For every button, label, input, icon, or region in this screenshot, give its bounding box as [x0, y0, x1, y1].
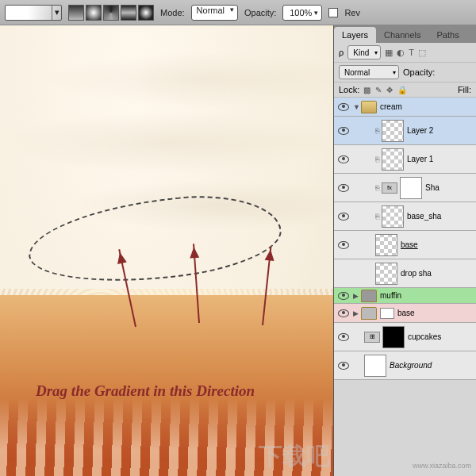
layers-panel: Layers Channels Paths ρ Kind ▦ ◐ T ⬚ Nor… [333, 25, 476, 476]
diamond-gradient-button[interactable] [138, 5, 154, 21]
blend-row: Normal Opacity: [334, 63, 476, 83]
layer-name[interactable]: Sha [425, 183, 473, 192]
lock-paint-icon[interactable]: ✎ [375, 86, 382, 94]
lock-position-icon[interactable]: ✥ [386, 86, 393, 94]
visibility-toggle[interactable] [334, 213, 353, 221]
layer-layer1[interactable]: ⎘ Layer 1 [334, 145, 476, 174]
mask-thumbnail [382, 326, 405, 348]
visibility-toggle[interactable] [334, 292, 353, 300]
layer-layer2[interactable]: ⎘ Layer 2 [334, 117, 476, 145]
layers-list[interactable]: ▼ cream ⎘ Layer 2 ⎘ Layer 1 ⎘ fx Sha [334, 98, 476, 463]
mask-thumbnail [400, 177, 422, 199]
smartobj-icon: ⊞ [364, 332, 380, 343]
layer-name[interactable]: Layer 2 [407, 126, 473, 135]
layer-drop-sha[interactable]: drop sha [334, 259, 476, 288]
visibility-toggle[interactable] [334, 155, 353, 163]
eye-icon [338, 309, 349, 317]
reverse-checkbox[interactable] [328, 8, 338, 17]
watermark-logo: 下载吧 [259, 440, 330, 473]
reverse-label: Rev [344, 8, 360, 17]
annotation-text: Drag the Gradient in this Direction [36, 382, 255, 400]
reflected-gradient-button[interactable] [121, 5, 136, 21]
disclosure-icon[interactable]: ▶ [353, 292, 361, 300]
filter-row: ρ Kind ▦ ◐ T ⬚ [334, 43, 476, 63]
gradient-type-buttons [68, 5, 154, 21]
visibility-toggle[interactable] [334, 127, 353, 135]
link-icon: ⎘ [375, 127, 382, 135]
layer-name[interactable]: drop sha [401, 269, 473, 278]
fill-label: Fill: [458, 85, 471, 94]
layer-thumbnail [382, 148, 404, 171]
panel-tabs: Layers Channels Paths [334, 25, 476, 43]
layer-name[interactable]: base [397, 309, 473, 317]
layer-name[interactable]: cream [380, 102, 473, 111]
eye-icon [338, 155, 349, 163]
tab-paths[interactable]: Paths [429, 27, 467, 43]
visibility-toggle[interactable] [334, 103, 353, 111]
layer-opacity-label: Opacity: [403, 67, 435, 77]
folder-icon [361, 290, 377, 302]
eye-icon [338, 362, 349, 370]
layer-thumbnail [375, 234, 397, 256]
link-icon: ⎘ [375, 184, 382, 192]
gradient-preset-picker[interactable]: ▾ [5, 5, 62, 21]
eye-icon [338, 292, 349, 300]
disclosure-icon[interactable]: ▼ [353, 103, 361, 111]
layer-shadows[interactable]: ⎘ fx Sha [334, 174, 476, 202]
lock-all-icon[interactable]: 🔒 [397, 86, 407, 94]
tab-layers[interactable]: Layers [334, 27, 376, 43]
eye-icon [338, 184, 349, 192]
eye-icon [338, 333, 349, 341]
filter-pixel-icon[interactable]: ▦ [385, 48, 393, 58]
layer-name[interactable]: muffin [380, 291, 473, 300]
eye-icon [338, 213, 349, 221]
visibility-toggle[interactable] [334, 309, 353, 317]
layer-group-cream[interactable]: ▼ cream [334, 98, 476, 117]
mask-thumbnail [380, 308, 394, 319]
smartobj-icon: fx [382, 182, 397, 194]
filter-adjust-icon[interactable]: ◐ [397, 48, 405, 58]
filter-shape-icon[interactable]: ⬚ [418, 48, 426, 58]
blend-mode-select[interactable]: Normal [191, 5, 238, 21]
layer-name[interactable]: base [401, 240, 473, 249]
chevron-down-icon[interactable]: ▾ [52, 6, 61, 20]
watermark-url: www.xiazaiba.com [413, 462, 471, 470]
link-icon: ⎘ [375, 155, 382, 163]
layer-group-muffin[interactable]: ▶ muffin [334, 288, 476, 304]
layer-thumbnail [382, 205, 404, 228]
disclosure-icon[interactable]: ▶ [353, 309, 361, 317]
layer-base-sha[interactable]: ⎘ base_sha [334, 202, 476, 231]
visibility-toggle[interactable] [334, 362, 353, 370]
opacity-input[interactable]: 100% [282, 5, 322, 21]
layer-background[interactable]: Background [334, 351, 476, 380]
kind-symbol: ρ [339, 48, 344, 57]
layer-thumbnail [375, 263, 397, 285]
angle-gradient-button[interactable] [103, 5, 119, 21]
filter-type-icon[interactable]: T [409, 48, 414, 58]
layer-name[interactable]: base_sha [407, 212, 473, 221]
filter-kind-select[interactable]: Kind [347, 45, 381, 60]
visibility-toggle[interactable] [334, 241, 353, 249]
radial-gradient-button[interactable] [86, 5, 102, 21]
layer-cupcakes[interactable]: ⊞ cupcakes [334, 323, 476, 351]
layer-blend-select[interactable]: Normal [339, 65, 399, 79]
layer-thumbnail [382, 120, 404, 142]
lock-transparency-icon[interactable]: ▩ [363, 86, 370, 94]
eye-icon [338, 103, 349, 111]
eye-icon [338, 241, 349, 249]
layer-name[interactable]: cupcakes [408, 332, 473, 341]
layer-name[interactable]: Layer 1 [407, 155, 473, 163]
layer-base[interactable]: base [334, 231, 476, 259]
eye-icon [338, 127, 349, 135]
visibility-toggle[interactable] [334, 333, 353, 341]
linear-gradient-button[interactable] [68, 5, 84, 21]
layer-group-base[interactable]: ▶ base [334, 304, 476, 323]
visibility-toggle[interactable] [334, 184, 353, 192]
layer-thumbnail [364, 355, 386, 377]
folder-icon [361, 101, 377, 113]
opacity-label: Opacity: [244, 8, 276, 17]
tab-channels[interactable]: Channels [376, 27, 428, 43]
lock-label: Lock: [339, 85, 359, 94]
document-canvas[interactable]: Drag the Gradient in this Direction 下载吧 [0, 25, 333, 476]
layer-name[interactable]: Background [390, 361, 473, 370]
